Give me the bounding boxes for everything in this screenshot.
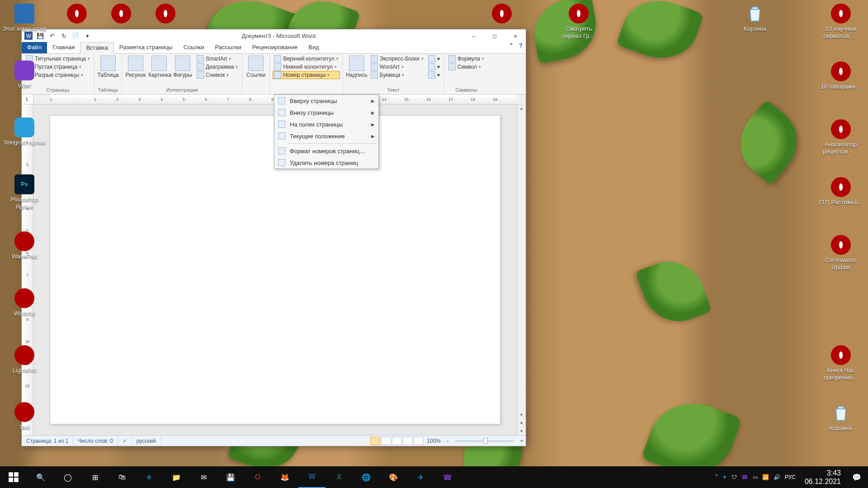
ribbon-button[interactable]: Верхний колонтитул ▾ bbox=[273, 55, 340, 63]
next-page-icon[interactable]: ▾ bbox=[520, 427, 523, 435]
desktop-icon[interactable]: Coronavirus Update bbox=[818, 235, 863, 271]
tab-Рецензирование[interactable]: Рецензирование bbox=[247, 42, 303, 53]
ribbon-minimize-icon[interactable]: ⌃ bbox=[506, 42, 516, 53]
view-web[interactable] bbox=[392, 437, 402, 445]
shapes-button[interactable]: Фигуры bbox=[172, 55, 193, 78]
tab-Ссылки[interactable]: Ссылки bbox=[178, 42, 210, 53]
desktop-icon[interactable]: Корзина bbox=[818, 403, 863, 432]
tray-viber-icon[interactable]: ☎ bbox=[741, 474, 748, 480]
tray-volume-icon[interactable]: 🔊 bbox=[774, 474, 780, 480]
desktop-icon[interactable]: PsPhotoshop Ярлык bbox=[2, 174, 47, 210]
links-button[interactable]: Ссылки bbox=[245, 55, 267, 78]
browse-object-icon[interactable]: ● bbox=[520, 419, 523, 427]
picture-button[interactable]: Рисунок bbox=[125, 55, 146, 78]
ribbon-button[interactable]: Диаграмма ▾ bbox=[195, 63, 239, 71]
ribbon-button[interactable]: Нижний колонтитул ▾ bbox=[273, 63, 340, 71]
status-proofing-icon[interactable]: ✓ bbox=[118, 436, 132, 446]
view-full-screen[interactable] bbox=[381, 437, 391, 445]
menu-item[interactable]: Внизу страницы▶ bbox=[274, 107, 378, 118]
zoom-in-button[interactable]: + bbox=[518, 438, 526, 444]
table-button[interactable]: Таблица bbox=[97, 55, 119, 78]
zoom-slider[interactable] bbox=[455, 440, 514, 442]
status-page[interactable]: Страница: 1 из 1 bbox=[22, 436, 73, 446]
taskbar-app-edge[interactable]: 🌐 bbox=[353, 466, 380, 488]
tray-language[interactable]: РУС bbox=[785, 474, 796, 480]
qat-button[interactable]: 📄 bbox=[71, 32, 80, 40]
zoom-value[interactable]: 100% bbox=[424, 438, 443, 444]
tab-Разметка страницы[interactable]: Разметка страницы bbox=[114, 42, 178, 53]
desktop-icon[interactable]: WavePad bbox=[2, 231, 47, 260]
taskbar-app-telegram[interactable]: ✈ bbox=[407, 466, 434, 488]
titlebar[interactable]: W 💾 ↶ ↻ 📄 ▾ Документ3 - Microsoft Word —… bbox=[22, 29, 526, 42]
tray-battery-icon[interactable]: ▭ bbox=[753, 474, 758, 480]
menu-item[interactable]: Вверху страницы▶ bbox=[274, 95, 378, 107]
ribbon-button[interactable]: Формула ▾ bbox=[447, 55, 486, 63]
ribbon-button[interactable]: SmartArt ▾ bbox=[195, 55, 239, 63]
menu-item[interactable]: Формат номеров страниц… bbox=[274, 145, 378, 157]
save-button[interactable]: 💾 bbox=[36, 32, 44, 40]
status-words[interactable]: Число слов: 0 bbox=[73, 436, 118, 446]
ribbon-button[interactable]: Номер страницы ▾ bbox=[273, 71, 340, 79]
desktop-icon-opera[interactable] bbox=[143, 4, 188, 25]
desktop-icon[interactable]: Lightshot bbox=[2, 345, 47, 374]
taskbar-app-save[interactable]: 💾 bbox=[217, 466, 244, 488]
view-outline[interactable] bbox=[403, 437, 413, 445]
view-draft[interactable] bbox=[414, 437, 424, 445]
taskbar-app-store[interactable]: 🛍 bbox=[108, 466, 136, 488]
tab-selector[interactable]: L bbox=[22, 94, 33, 104]
taskbar-app-viber[interactable]: ☎ bbox=[434, 466, 461, 488]
menu-item[interactable]: Удалить номера страниц bbox=[274, 157, 378, 169]
ribbon-button[interactable]: WordArt ▾ bbox=[369, 63, 425, 71]
tray-chevron-up-icon[interactable]: ˄ bbox=[715, 474, 718, 480]
tab-Вставка[interactable]: Вставка bbox=[80, 42, 113, 54]
taskbar-app-mail[interactable]: ✉ bbox=[190, 466, 217, 488]
taskbar-app-word[interactable]: W bbox=[298, 466, 326, 488]
menu-item[interactable]: Текущее положение▶ bbox=[274, 130, 378, 142]
tab-Рассылки[interactable]: Рассылки bbox=[210, 42, 247, 53]
vertical-ruler[interactable]: 123456789101112 bbox=[22, 104, 33, 435]
vertical-scrollbar[interactable]: ▴ ▾ ● ▾ bbox=[517, 104, 526, 435]
desktop-icon-opera[interactable] bbox=[479, 4, 524, 25]
desktop-icon[interactable]: 10 заворажи… bbox=[818, 61, 863, 90]
desktop-icon[interactable]: (37) Растяжка… bbox=[818, 177, 863, 206]
taskbar-app-ie[interactable]: e bbox=[136, 466, 163, 488]
menu-item[interactable]: На полях страницы▶ bbox=[274, 118, 378, 130]
scroll-up-icon[interactable]: ▴ bbox=[520, 104, 523, 113]
desktop-icon-opera[interactable] bbox=[54, 4, 99, 25]
desktop-icon[interactable]: Telegram ярлык bbox=[2, 117, 47, 146]
tray-security-icon[interactable]: 🛡 bbox=[731, 474, 737, 480]
scroll-down-icon[interactable]: ▾ bbox=[520, 411, 523, 419]
tab-Главная[interactable]: Главная bbox=[47, 42, 80, 53]
tab-Вид[interactable]: Вид bbox=[303, 42, 325, 53]
redo-button[interactable]: ↻ bbox=[60, 32, 68, 40]
clipart-button[interactable]: Картинка bbox=[148, 55, 170, 78]
undo-button[interactable]: ↶ bbox=[48, 32, 56, 40]
taskbar-app-explorer[interactable]: 📁 bbox=[163, 466, 190, 488]
taskbar-app-paint[interactable]: 🎨 bbox=[380, 466, 407, 488]
taskbar-app-opera[interactable]: O bbox=[244, 466, 271, 488]
text-extra-1[interactable]: ▾ bbox=[427, 55, 441, 63]
help-icon[interactable]: ? bbox=[516, 42, 526, 53]
status-language[interactable]: русский bbox=[132, 436, 161, 446]
task-view-button[interactable]: ⊞ bbox=[81, 466, 108, 488]
desktop-icon[interactable]: Книга Час презрения… bbox=[818, 345, 863, 381]
minimize-button[interactable]: — bbox=[463, 29, 484, 42]
desktop-icon[interactable]: Смотреть сериал Гр… bbox=[556, 4, 601, 39]
text-extra-3[interactable]: ▾ bbox=[427, 71, 441, 79]
taskbar-clock[interactable]: 3:43 06.12.2021 bbox=[800, 469, 845, 486]
maximize-button[interactable]: ▢ bbox=[484, 29, 505, 42]
desktop-icon[interactable]: Анализатор рецептов - … bbox=[818, 119, 863, 155]
close-button[interactable]: ✕ bbox=[505, 29, 526, 42]
tray-network-icon[interactable]: 📶 bbox=[762, 474, 769, 480]
start-button[interactable] bbox=[0, 466, 27, 488]
tray-telegram-icon[interactable]: ✈ bbox=[722, 474, 727, 480]
desktop-icon[interactable]: 13 научных сериалов, … bbox=[818, 4, 863, 39]
desktop-icon[interactable]: Viber bbox=[2, 61, 47, 89]
taskbar-app-excel[interactable]: X bbox=[326, 466, 353, 488]
ribbon-button[interactable]: Буквица ▾ bbox=[369, 71, 425, 79]
action-center-button[interactable]: 💬 bbox=[845, 466, 868, 488]
text-extra-2[interactable]: ▾ bbox=[427, 63, 441, 71]
desktop-icon[interactable]: Taxi bbox=[2, 402, 47, 431]
textbox-button[interactable]: Надпись bbox=[346, 55, 368, 78]
desktop-icon-opera[interactable] bbox=[99, 4, 144, 25]
